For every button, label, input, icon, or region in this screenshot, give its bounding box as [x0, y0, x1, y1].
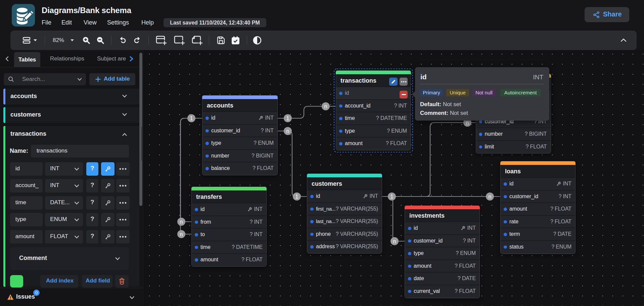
svg-text:n: n: [180, 231, 183, 237]
svg-text:1: 1: [286, 116, 289, 121]
svg-text:n: n: [286, 128, 289, 134]
svg-text:1: 1: [295, 194, 298, 200]
svg-text:n: n: [466, 120, 469, 126]
svg-text:n: n: [324, 103, 327, 109]
svg-text:1: 1: [390, 194, 394, 200]
svg-text:n: n: [393, 238, 396, 244]
svg-text:n: n: [489, 194, 492, 200]
svg-text:1: 1: [190, 116, 193, 121]
svg-text:n: n: [180, 219, 183, 225]
